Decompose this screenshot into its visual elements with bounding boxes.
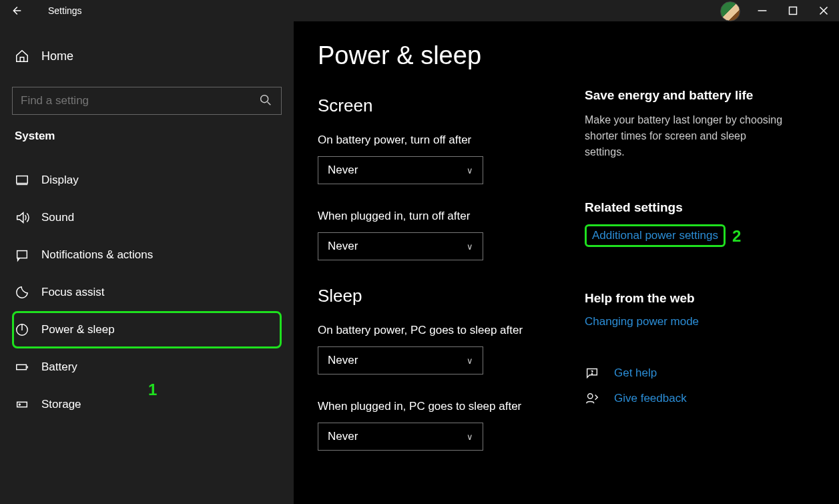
title-bar: Settings [0, 0, 839, 21]
right-column: Save energy and battery life Make your b… [585, 41, 839, 504]
sidebar-item-label: Battery [41, 360, 77, 374]
close-icon [816, 3, 831, 18]
screen-group: Screen On battery power, turn off after … [318, 95, 585, 260]
home-icon [15, 49, 29, 63]
sidebar-item-label: Display [41, 174, 79, 187]
search-input[interactable] [21, 94, 258, 107]
search-box[interactable] [12, 87, 282, 115]
svg-point-1 [261, 95, 268, 102]
sidebar-item-battery[interactable]: Battery [12, 348, 282, 386]
annotation-marker-2: 2 [732, 227, 741, 245]
sidebar-item-label: Storage [41, 398, 81, 411]
power-icon [15, 322, 29, 337]
screen-battery-label: On battery power, turn off after [318, 134, 585, 147]
sleep-group: Sleep On battery power, PC goes to sleep… [318, 286, 585, 451]
page-title: Power & sleep [318, 41, 585, 70]
maximize-button[interactable] [778, 0, 808, 21]
get-help-row[interactable]: Get help [585, 366, 812, 381]
sidebar-section-header: System [12, 130, 282, 143]
link-label: Additional power settings [592, 229, 718, 242]
sidebar: Home System Display Sound Notifications … [0, 21, 294, 504]
arrow-left-icon [9, 3, 23, 18]
get-help-link: Get help [614, 366, 657, 380]
sleep-battery-dropdown[interactable]: Never ∨ [318, 346, 483, 374]
screen-plugged-dropdown[interactable]: Never ∨ [318, 232, 483, 260]
chevron-down-icon: ∨ [467, 166, 473, 176]
dropdown-value: Never [328, 354, 358, 367]
energy-title: Save energy and battery life [585, 88, 812, 103]
svg-rect-2 [17, 176, 28, 184]
screen-plugged-label: When plugged in, turn off after [318, 210, 585, 223]
energy-text: Make your battery last longer by choosin… [585, 112, 785, 160]
sidebar-item-display[interactable]: Display [12, 162, 282, 199]
sidebar-item-focus-assist[interactable]: Focus assist [12, 274, 282, 311]
sidebar-item-label: Focus assist [41, 286, 104, 299]
sidebar-item-storage[interactable]: Storage [12, 386, 282, 423]
sleep-plugged-dropdown[interactable]: Never ∨ [318, 423, 483, 451]
svg-point-8 [591, 373, 592, 374]
focus-assist-icon [15, 285, 29, 300]
dropdown-value: Never [328, 240, 358, 253]
chevron-down-icon: ∨ [467, 242, 473, 252]
annotation-marker-1: 1 [148, 381, 157, 399]
related-settings-title: Related settings [585, 200, 812, 215]
dropdown-value: Never [328, 430, 358, 443]
screen-battery-dropdown[interactable]: Never ∨ [318, 156, 483, 184]
chevron-down-icon: ∨ [467, 432, 473, 442]
screen-heading: Screen [318, 95, 585, 116]
svg-rect-0 [790, 7, 797, 15]
svg-rect-3 [17, 251, 27, 258]
give-feedback-row[interactable]: Give feedback [585, 391, 812, 406]
svg-point-7 [19, 404, 20, 405]
main-panel: Power & sleep Screen On battery power, t… [294, 21, 839, 504]
close-button[interactable] [808, 0, 839, 21]
sleep-plugged-label: When plugged in, PC goes to sleep after [318, 400, 585, 413]
storage-icon [15, 397, 29, 412]
back-button[interactable] [0, 0, 32, 21]
additional-power-settings-link[interactable]: Additional power settings [585, 224, 726, 247]
sidebar-item-label: Power & sleep [41, 323, 115, 336]
sound-icon [15, 210, 29, 225]
feedback-icon [585, 391, 599, 406]
sleep-heading: Sleep [318, 286, 585, 306]
sidebar-item-sound[interactable]: Sound [12, 199, 282, 236]
sidebar-item-notifications[interactable]: Notifications & actions [12, 236, 282, 274]
search-icon [258, 93, 273, 109]
home-nav[interactable]: Home [12, 40, 282, 72]
notifications-icon [15, 248, 29, 262]
sidebar-item-label: Notifications & actions [41, 248, 153, 262]
give-feedback-link: Give feedback [614, 392, 687, 405]
user-avatar[interactable] [720, 1, 740, 21]
home-label: Home [41, 49, 73, 63]
chevron-down-icon: ∨ [467, 356, 473, 366]
maximize-icon [786, 3, 800, 18]
svg-rect-5 [17, 364, 27, 369]
svg-point-9 [588, 394, 593, 399]
dropdown-value: Never [328, 164, 358, 177]
help-from-web-title: Help from the web [585, 291, 812, 306]
sleep-battery-label: On battery power, PC goes to sleep after [318, 324, 585, 337]
sidebar-item-label: Sound [41, 211, 74, 224]
display-icon [15, 173, 29, 188]
window-title: Settings [48, 5, 82, 16]
minimize-button[interactable] [747, 0, 778, 21]
minimize-icon [755, 3, 770, 18]
changing-power-mode-link[interactable]: Changing power mode [585, 315, 812, 328]
chat-help-icon [585, 366, 599, 381]
battery-icon [15, 360, 29, 374]
sidebar-item-power-sleep[interactable]: Power & sleep [12, 311, 282, 348]
